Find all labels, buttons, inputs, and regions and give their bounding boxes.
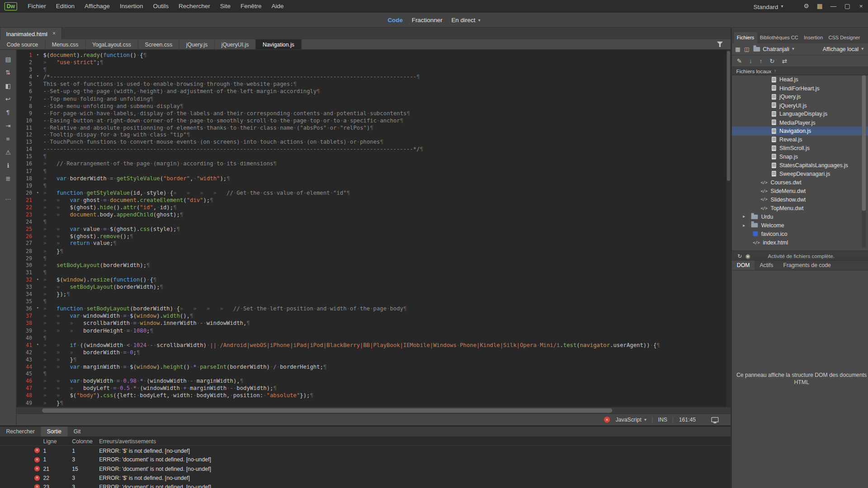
- code-line[interactable]: 16» //·Rearrangement·of·the·page·(margin…: [17, 160, 731, 167]
- fold-toggle-icon[interactable]: ▾: [32, 73, 43, 80]
- filter-icon[interactable]: [717, 42, 723, 47]
- code-line[interactable]: 43» » }¶: [17, 356, 731, 363]
- file-item-head-js[interactable]: Head.js: [732, 75, 868, 84]
- split-view-button[interactable]: Fractionner: [412, 17, 443, 23]
- code-line[interactable]: 17¶: [17, 167, 731, 174]
- code-line[interactable]: 24¶: [17, 218, 731, 225]
- fold-toggle-icon[interactable]: ▾: [32, 276, 43, 283]
- panel-tab-fichiers[interactable]: Fichiers: [734, 32, 757, 43]
- live-code-icon[interactable]: ◧: [5, 79, 11, 92]
- code-line[interactable]: 21» » var·ghost·=·document.createElement…: [17, 197, 731, 204]
- code-line[interactable]: 9-·For·page·wich·have·labels,·display·of…: [17, 109, 731, 117]
- code-line[interactable]: 20▾» function·getStyleValue(id,·style)·{…: [17, 189, 731, 197]
- code-line[interactable]: 14--------------------------------------…: [17, 145, 731, 153]
- menu-item-edition[interactable]: Edition: [51, 0, 80, 13]
- lint-error-icon[interactable]: ×: [604, 417, 610, 422]
- server-icon[interactable]: ◫: [744, 46, 750, 52]
- refresh-icon[interactable]: ↻: [737, 253, 742, 258]
- file-item-reveal-js[interactable]: Reveal.js: [732, 135, 868, 144]
- code-line[interactable]: 37» » var·windowWidth·=·$(window).width(…: [17, 312, 731, 319]
- scrollbar-thumb[interactable]: [727, 51, 730, 181]
- file-item-index-html[interactable]: </>index.html: [732, 238, 868, 247]
- refresh-icon[interactable]: ↻: [769, 57, 774, 65]
- code-line[interactable]: 23» » document.body.appendChild(ghost);¶: [17, 211, 731, 218]
- fold-toggle-icon[interactable]: ▾: [32, 189, 43, 197]
- file-item-hindiforheart-js[interactable]: HindiForHeart.js: [732, 84, 868, 93]
- code-line[interactable]: 44» » var·marginWidth·=·$(window).height…: [17, 363, 731, 370]
- code-line[interactable]: 49» }¶: [17, 399, 731, 406]
- code-line[interactable]: 4▾/*------------------------------------…: [17, 73, 731, 80]
- bottom-tab-actifs[interactable]: Actifs: [755, 261, 778, 270]
- code-line[interactable]: 12-·Tooltip·dispay·for·a·tag·with·class·…: [17, 131, 731, 138]
- code-line[interactable]: 5This·set·of·functions·is·used·to·enable…: [17, 80, 731, 88]
- code-line[interactable]: 33» » setBodyLayout(borderWidth);¶: [17, 283, 731, 291]
- code-line[interactable]: 30» setBodyLayout(borderWidth);¶: [17, 262, 731, 269]
- expander-icon[interactable]: ▸: [743, 214, 748, 219]
- related-file-yogalayout-css[interactable]: YogaLayout.css: [85, 39, 138, 49]
- code-line[interactable]: 25» » var·value·=·$(ghost).css(style);¶: [17, 225, 731, 233]
- code-line[interactable]: 19¶: [17, 182, 731, 189]
- code-line[interactable]: 46» » var·bodyWidth·=·0.98·*·(windowWidt…: [17, 377, 731, 385]
- menu-item-site[interactable]: Site: [215, 0, 236, 13]
- code-line[interactable]: 26» » $(ghost).remove();¶: [17, 233, 731, 240]
- file-item-urdu[interactable]: ▸Urdu: [732, 212, 868, 221]
- put-files-icon[interactable]: ↑: [760, 57, 763, 64]
- code-line[interactable]: 13-·TouchPunch·funstions·to·convert·mous…: [17, 138, 731, 145]
- file-item-slimscroll-js[interactable]: SlimScroll.js: [732, 144, 868, 152]
- view-mode-dropdown[interactable]: Affichage local ▾: [823, 46, 863, 52]
- error-row[interactable]: ×11ERROR: '$' is not defined. [no-undef]: [0, 446, 731, 455]
- close-icon[interactable]: ×: [52, 30, 56, 36]
- code-line[interactable]: 8-·Side·menu·unfolding·and·submenu·displ…: [17, 102, 731, 109]
- file-item-snap-js[interactable]: Snap.js: [732, 152, 868, 161]
- code-line[interactable]: 3¶: [17, 66, 731, 73]
- related-file-jqueryui-js[interactable]: jQueryUI.js: [215, 39, 256, 49]
- local-files-header[interactable]: Fichiers locaux ↑: [732, 67, 868, 75]
- related-file-jquery-js[interactable]: jQuery.js: [179, 39, 215, 49]
- file-item-favicon-ico[interactable]: favicon.ico: [732, 230, 868, 238]
- minimize-button[interactable]: —: [826, 0, 840, 13]
- fold-toggle-icon[interactable]: ▾: [32, 341, 43, 348]
- code-line[interactable]: 41▾» » if·((windowWidth·<·1024·-·scrollb…: [17, 341, 731, 348]
- code-line[interactable]: 15¶: [17, 153, 731, 160]
- file-item-courses-dwt[interactable]: </>Courses.dwt: [732, 178, 868, 187]
- code-line[interactable]: 39» » » borderHeight·=·1080;¶: [17, 327, 731, 334]
- output-tab-rechercher[interactable]: Rechercher: [0, 427, 41, 436]
- panel-tab-biblioth-ques-cc[interactable]: Bibliothèques CC: [757, 32, 801, 43]
- code-line[interactable]: 38» » » scrollbarWidth·=·window.innerWid…: [17, 319, 731, 327]
- workspace-dropdown[interactable]: Standard ▾: [754, 3, 783, 10]
- code-line[interactable]: 42» » » borderWidth·=·0;¶: [17, 348, 731, 356]
- scrollbar-thumb[interactable]: [862, 75, 866, 211]
- bottom-tab-fragments-de-code[interactable]: Fragments de code: [778, 261, 836, 270]
- file-item-sidemenu-dwt[interactable]: </>SideMenu.dwt: [732, 187, 868, 195]
- code-line[interactable]: 18» var·borderWidth·=·getStyleValue("bor…: [17, 174, 731, 182]
- related-file-screen-css[interactable]: Screen.css: [138, 39, 179, 49]
- code-line[interactable]: 29¶: [17, 254, 731, 262]
- menu-item-outils[interactable]: Outils: [148, 0, 174, 13]
- horizontal-scrollbar[interactable]: [17, 407, 731, 413]
- fold-toggle-icon[interactable]: ▾: [32, 305, 43, 312]
- synchronize-icon[interactable]: ⇄: [782, 57, 787, 65]
- code-line[interactable]: 32▾» $(window).resize(function()·{¶: [17, 276, 731, 283]
- code-line[interactable]: 10-·Easing·button·at·right-down·corner·o…: [17, 117, 731, 124]
- error-row[interactable]: ×223ERROR: '$' is not defined. [no-undef…: [0, 474, 731, 483]
- sites-icon[interactable]: ▦: [735, 46, 741, 52]
- dreamweaver-logo-icon[interactable]: Dw: [5, 2, 17, 10]
- error-row[interactable]: ×2115ERROR: 'document' is not defined. […: [0, 464, 731, 473]
- code-line[interactable]: 22» » $(ghost).hide().attr("id",·id);¶: [17, 204, 731, 211]
- code-line[interactable]: 6-·Set-up·og·the·page·(width,·height)·an…: [17, 88, 731, 95]
- output-tab-sortie[interactable]: Sortie: [41, 427, 67, 436]
- file-item-jqueryui-js[interactable]: jQueryUI.js: [732, 101, 868, 109]
- file-item-slideshow-dwt[interactable]: </>Slideshow.dwt: [732, 195, 868, 204]
- panel-tab-css-designer[interactable]: CSS Designer: [826, 32, 863, 43]
- scrollbar-thumb[interactable]: [42, 408, 612, 413]
- menu-item-fen-tre[interactable]: Fenêtre: [236, 0, 266, 13]
- menu-item-insertion[interactable]: Insertion: [115, 0, 148, 13]
- code-line[interactable]: 36▾» function·setBodyLayout(borderWidth)…: [17, 305, 731, 312]
- hidden-characters-icon[interactable]: ¶: [6, 106, 9, 119]
- code-line[interactable]: 31¶: [17, 269, 731, 276]
- maximize-button[interactable]: ▢: [840, 0, 854, 13]
- file-item-welcome[interactable]: ▸Welcome: [732, 221, 868, 230]
- code-line[interactable]: 7-·Top·menu·folding·and·unfolding¶: [17, 95, 731, 102]
- related-file-code-source[interactable]: Code source: [0, 39, 45, 49]
- customize-toolbar-icon[interactable]: …: [5, 191, 11, 204]
